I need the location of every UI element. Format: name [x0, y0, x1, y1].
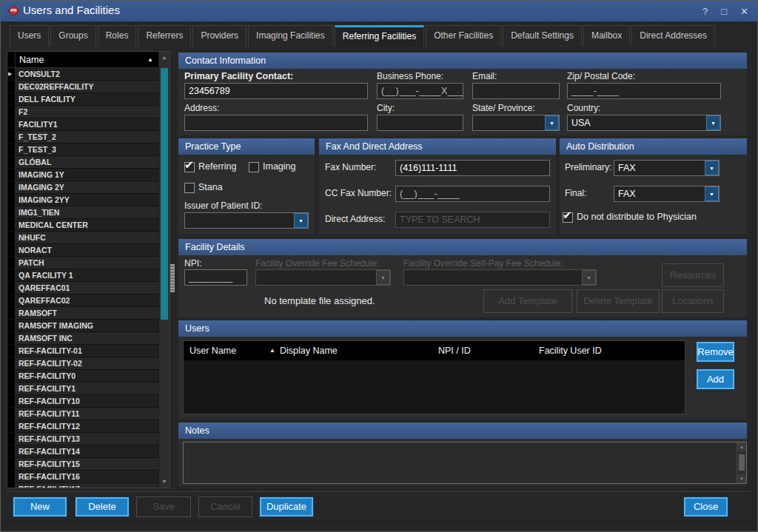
state-province-dropdown[interactable]: ▼ [472, 115, 560, 131]
facility-list-item[interactable]: CONSULT2 [7, 68, 158, 81]
facility-list-item[interactable]: NHUFC [7, 232, 158, 244]
tab[interactable]: Referring Facilities [335, 25, 424, 47]
locations-button[interactable]: Locations [662, 289, 724, 313]
referring-checkbox[interactable] [184, 162, 195, 172]
facility-list-item[interactable]: DEC02REFFACILITY [7, 81, 158, 93]
facility-list-item[interactable]: FACILITY1 [7, 118, 158, 131]
scroll-down-icon[interactable]: ▼ [159, 477, 170, 487]
close-button[interactable]: Close [683, 496, 728, 517]
maximize-icon[interactable]: □ [721, 7, 727, 16]
tab[interactable]: Roles [98, 25, 137, 47]
chevron-down-icon[interactable]: ▼ [545, 115, 559, 130]
tab[interactable]: Direct Addresses [631, 25, 715, 47]
tab[interactable]: Users [10, 25, 49, 47]
preliminary-dropdown[interactable]: FAX ▼ [614, 160, 720, 176]
facility-list-item[interactable]: REF-FACILITY16 [7, 471, 158, 483]
save-button[interactable]: Save [136, 496, 191, 517]
facility-list-item[interactable]: IMAGING 1Y [7, 169, 158, 181]
name-column-header[interactable]: Name [16, 55, 147, 65]
tab[interactable]: Providers [192, 25, 246, 47]
facility-list-item[interactable]: MEDICAL CENTER [7, 219, 158, 232]
facility-list-item[interactable]: GLÓBAL [7, 156, 158, 169]
direct-address-input[interactable]: TYPE TO SEARCH [395, 212, 550, 228]
city-input[interactable] [377, 115, 463, 131]
close-icon[interactable]: ✕ [740, 7, 748, 16]
facility-list-item[interactable]: IMG1_TIEN [7, 206, 158, 219]
scroll-down-icon[interactable]: ▼ [737, 474, 746, 483]
duplicate-button[interactable]: Duplicate [259, 496, 314, 517]
facility-list-item[interactable]: RAMSOFT INC [7, 332, 158, 345]
tab[interactable]: Imaging Facilities [248, 25, 333, 47]
facility-list-item[interactable]: RAMSOFT [7, 307, 158, 320]
address-input[interactable] [184, 115, 368, 131]
do-not-distribute-checkbox[interactable] [563, 212, 573, 223]
facility-list-item[interactable]: QA FACILITY 1 [7, 269, 158, 282]
tab[interactable]: Groups [50, 25, 95, 47]
facility-list-item[interactable]: IMAGING 2Y [7, 181, 158, 194]
facility-list-item[interactable]: REF-FACILITY-02 [7, 357, 158, 370]
facility-list-item[interactable]: RAMSOFT IMAGING [7, 320, 158, 332]
facility-list-item[interactable]: IMAGING 2YY [7, 194, 158, 206]
notes-scrollbar[interactable]: ▲ ▼ [737, 442, 746, 483]
facility-list-item[interactable]: F_TEST_3 [7, 144, 158, 156]
facility-list-item[interactable]: REF-FACILITY0 [7, 370, 158, 383]
npi-id-column-header[interactable]: NPI / ID [438, 341, 471, 360]
splitter-handle[interactable] [170, 264, 175, 292]
display-name-column-header[interactable]: Display Name [280, 341, 338, 360]
facility-list-item[interactable]: REF-FACILITY1 [7, 383, 158, 395]
add-template-button[interactable]: Add Template [483, 289, 572, 313]
fax-number-input[interactable]: (416)111-1111 [395, 160, 550, 176]
final-dropdown[interactable]: FAX ▼ [614, 186, 720, 202]
facility-list-item[interactable]: REF-FACILITY11 [7, 408, 158, 420]
facility-list-item[interactable]: QAREFFAC01 [7, 282, 158, 294]
help-icon[interactable]: ? [702, 7, 708, 16]
facility-list-item[interactable]: DELL FACILITY [7, 93, 158, 106]
scrollbar-thumb[interactable] [161, 68, 168, 320]
chevron-down-icon[interactable]: ▼ [705, 161, 719, 175]
resources-button[interactable]: Resources [662, 263, 724, 287]
cc-fax-number-input[interactable]: (__)___-____ [395, 186, 550, 202]
facility-list-item[interactable]: F_TEST_2 [7, 131, 158, 144]
facility-list-item[interactable]: REF-FACILITY10 [7, 395, 158, 408]
facility-list-item[interactable]: PATCH [7, 257, 158, 269]
facility-list-item[interactable]: F2 [7, 106, 158, 118]
facility-user-id-column-header[interactable]: Facility User ID [539, 341, 602, 360]
delete-template-button[interactable]: Delete Template [577, 289, 660, 313]
primary-facility-contact-input[interactable]: 23456789 [184, 83, 368, 99]
chevron-down-icon[interactable]: ▼ [705, 186, 719, 201]
tab[interactable]: Mailbox [583, 25, 630, 47]
imaging-checkbox[interactable] [249, 162, 259, 172]
facility-list-item[interactable]: NORACT [7, 244, 158, 257]
chevron-down-icon[interactable]: ▼ [294, 213, 308, 228]
delete-button[interactable]: Delete [75, 496, 130, 517]
facility-list-item[interactable]: REF-FACILITY-01 [7, 345, 158, 357]
tab[interactable]: Other Facilities [426, 25, 501, 47]
facility-list-item[interactable]: REF-FACILITY12 [7, 420, 158, 433]
facility-list-item[interactable]: QAREFFAC02 [7, 294, 158, 307]
stana-checkbox[interactable] [184, 183, 195, 193]
chevron-down-icon[interactable]: ▼ [706, 115, 720, 130]
zip-postal-code-input[interactable]: ____-____ [567, 83, 721, 99]
cancel-button[interactable]: Cancel [198, 496, 252, 517]
scroll-up-icon[interactable]: ▲ [737, 442, 746, 451]
facility-list-item[interactable]: REF-FACILITY14 [7, 445, 158, 458]
notes-textarea[interactable]: ▲ ▼ [183, 442, 747, 484]
tab[interactable]: Default Settings [503, 25, 582, 47]
scrollbar-thumb[interactable] [739, 454, 745, 471]
facility-list-item[interactable]: REF-FACILITY15 [7, 458, 158, 471]
facility-list-scrollbar[interactable]: ▲ ▼ [158, 52, 170, 488]
remove-user-button[interactable]: Remove [696, 341, 735, 363]
new-button[interactable]: New [13, 496, 67, 517]
scroll-up-icon[interactable]: ▲ [159, 53, 170, 63]
business-phone-input[interactable]: (__)___-____X____ [377, 83, 463, 99]
facility-list-item[interactable]: REF-FACILITY13 [7, 433, 158, 445]
tab[interactable]: Referrers [138, 25, 191, 47]
npi-input[interactable]: ________ [184, 269, 247, 286]
email-input[interactable] [472, 83, 560, 99]
facility-list-item[interactable]: REF-FACILITY17 [7, 483, 158, 488]
country-dropdown[interactable]: USA ▼ [567, 115, 721, 131]
facility-list-header[interactable]: Name ▲ [7, 52, 158, 68]
issuer-of-patient-id-dropdown[interactable]: ▼ [184, 212, 309, 229]
add-user-button[interactable]: Add [696, 368, 735, 390]
user-name-column-header[interactable]: User Name [190, 341, 236, 360]
